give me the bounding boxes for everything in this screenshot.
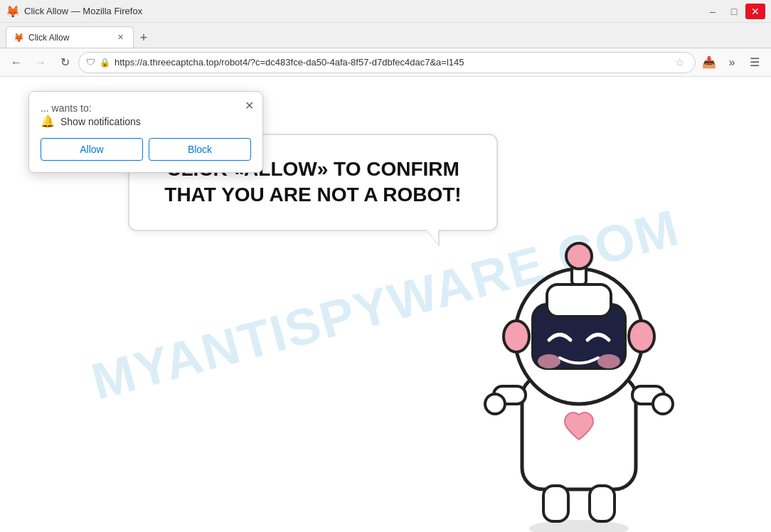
active-tab[interactable]: 🦊 Click Allow ✕ [6,26,134,48]
tab-label: Click Allow [28,33,69,43]
popup-buttons: Allow Block [41,138,251,161]
content-area: MYANTISPYWARE.COM CLICK «ALLOW» TO CONFI… [0,77,771,532]
nav-right-buttons: 📥 » ☰ [698,52,765,73]
shield-icon: 🛡 [86,57,95,68]
svg-point-12 [566,243,592,269]
svg-point-5 [653,394,673,414]
maximize-button[interactable]: □ [724,4,744,19]
svg-point-4 [485,394,505,414]
minimize-button[interactable]: – [703,4,723,19]
new-tab-button[interactable]: + [134,28,154,48]
firefox-icon: 🦊 [6,5,18,18]
svg-point-15 [538,354,560,368]
more-tools-button[interactable]: » [721,52,743,73]
svg-rect-7 [590,486,615,521]
forward-button[interactable]: → [30,52,51,73]
svg-point-9 [504,321,529,352]
popup-notification-row: 🔔 Show notifications [41,115,251,128]
svg-rect-6 [543,486,568,521]
back-button[interactable]: ← [6,52,27,73]
allow-button[interactable]: Allow [41,138,143,161]
popup-close-button[interactable]: ✕ [241,97,257,113]
title-bar-title: Click Allow — Mozilla Firefox [24,6,142,16]
robot-illustration [444,212,728,532]
block-button[interactable]: Block [149,138,251,161]
bookmark-button[interactable]: ☆ [671,54,688,71]
tab-close-button[interactable]: ✕ [115,32,126,43]
reload-button[interactable]: ↻ [54,52,75,73]
svg-rect-14 [547,284,611,316]
notification-popup: ... wants to: ✕ 🔔 Show notifications All… [28,91,263,173]
pocket-button[interactable]: 📥 [698,52,720,73]
tab-bar: 🦊 Click Allow ✕ + [0,23,771,48]
svg-point-0 [529,520,629,532]
address-bar[interactable]: 🛡 🔒 https://a.threecaptcha.top/robot4/?c… [78,52,696,73]
nav-bar: ← → ↻ 🛡 🔒 https://a.threecaptcha.top/rob… [0,48,771,77]
close-button[interactable]: ✕ [745,4,765,19]
menu-button[interactable]: ☰ [744,52,765,73]
bell-icon: 🔔 [41,115,55,128]
popup-wants-text: ... wants to: [41,102,92,114]
title-bar-controls: – □ ✕ [703,4,765,19]
svg-point-10 [629,321,654,352]
lock-icon: 🔒 [100,58,110,68]
title-bar: 🦊 Click Allow — Mozilla Firefox – □ ✕ [0,0,771,23]
title-bar-left: 🦊 Click Allow — Mozilla Firefox [6,5,142,18]
address-text: https://a.threecaptcha.top/robot4/?c=dc4… [115,57,666,68]
popup-notification-text: Show notifications [60,116,141,127]
tab-favicon: 🦊 [14,33,24,43]
svg-point-16 [597,354,620,368]
